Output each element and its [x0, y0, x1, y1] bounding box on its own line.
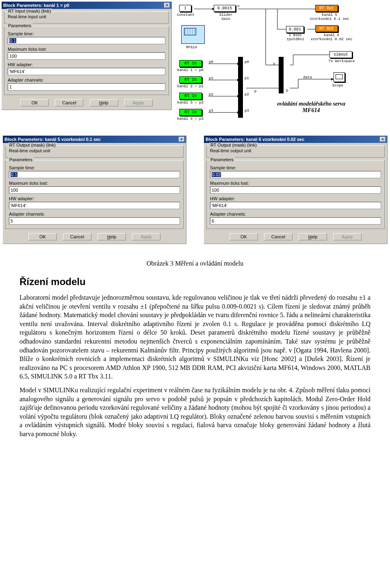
p2-port: p2	[209, 93, 213, 97]
max-input[interactable]	[210, 186, 381, 194]
dialog2-titlebar: Block Parameters: kanál 5 vzorkování 0.1…	[3, 136, 186, 143]
max-label: Maximum ticks lost:	[8, 47, 165, 52]
group-rt-input: Real-time input unit	[4, 11, 169, 24]
apply-button[interactable]: Apply	[124, 99, 153, 106]
dialog3-titlebar: Block Parameters: kanál 6 vzorkování 0.0…	[204, 136, 387, 143]
k4-label: kanál 4 = p3	[177, 117, 204, 121]
sample-input[interactable]: 0.02	[210, 171, 381, 178]
max-label: Maximum ticks lost:	[9, 181, 180, 186]
k3-label: kanál 3 = p2	[177, 101, 204, 105]
chan-label: Adapter channels:	[9, 212, 180, 216]
close-icon[interactable]: ×	[179, 137, 184, 142]
delay-block: 0.001	[286, 26, 304, 33]
hw-input[interactable]	[210, 202, 381, 209]
sample-label: Sample time:	[8, 31, 165, 36]
hw-label: HW adapter:	[210, 196, 381, 201]
diagram-title: ovládání modelářského serva MF614	[266, 101, 356, 114]
group-params: Sample time: 0.1 Maximum ticks lost: HW …	[5, 160, 184, 229]
k5-label: kanál 5 vzorkování 0.1 sec	[307, 13, 352, 21]
hw-input[interactable]	[9, 202, 180, 209]
cancel-button[interactable]: Cancel	[55, 99, 83, 106]
max-label: Maximum ticks lost:	[210, 181, 381, 186]
apply-button[interactable]: Apply	[333, 233, 362, 240]
rt-desc: Real-time input unit	[8, 14, 165, 19]
hw-label: HW adapter:	[8, 62, 165, 67]
chan-input[interactable]	[210, 217, 381, 225]
slider-gain-block: 0.0015	[214, 5, 236, 12]
p0-port: p0	[209, 60, 213, 64]
sample-label: Sample time:	[9, 165, 180, 170]
dialog2-title: Block Parameters: kanál 5 vzorkování 0.1…	[4, 137, 101, 142]
mux2-block	[279, 57, 284, 93]
k2-label: kanál 2 = p1	[177, 84, 204, 89]
chan-label: Adapter channels:	[8, 78, 165, 82]
hw-label: HW adapter:	[9, 196, 180, 201]
group-rt-output: Real-time output unit	[5, 145, 184, 158]
dialog1-titlebar: Block Parameters: kanál 1 = p0 ×	[2, 2, 171, 9]
dialog-kanal5: Block Parameters: kanál 5 vzorkování 0.1…	[2, 135, 186, 244]
ok-button[interactable]: OK	[230, 233, 258, 240]
ok-button[interactable]: OK	[20, 99, 49, 106]
rt-desc: Real-time output unit	[210, 148, 381, 153]
max-input[interactable]	[9, 186, 180, 194]
max-input[interactable]	[8, 52, 165, 60]
simout-block: simout	[329, 51, 352, 58]
group-params: Sample time: 0.1 Maximum ticks lost: HW …	[4, 26, 169, 95]
slider-port-u: u	[237, 4, 239, 8]
mf614-label: MF614	[186, 45, 197, 50]
mux-p0: p0	[245, 60, 249, 64]
chan-input[interactable]	[9, 217, 180, 225]
chan-input[interactable]	[8, 83, 165, 91]
sample-input[interactable]: 0.1	[8, 37, 165, 44]
rt-out-k5: RT Out	[315, 5, 338, 12]
figure-caption: Obrázek 3 Měření a ovládání modelu	[20, 259, 370, 268]
close-icon[interactable]: ×	[380, 137, 386, 142]
mf614-block	[181, 25, 205, 44]
dialog3-title: Block Parameters: kanál 6 vzorkování 0.0…	[206, 137, 304, 142]
simulink-diagram: 1 Constant 0.0015 u Slider Gain RT Out k…	[173, 0, 390, 134]
rt-desc: Real-time output unit	[9, 148, 180, 153]
rt-in-2: RT In	[179, 76, 202, 83]
slider-label: Slider Gain	[217, 13, 235, 21]
k6-label: kanál 6 vzorkování 0.02 sec	[307, 33, 356, 41]
help-button[interactable]: Help	[90, 99, 118, 106]
cancel-button[interactable]: Cancel	[264, 233, 292, 240]
button-row: OK Cancel Help Apply	[204, 233, 387, 240]
constant-label: Constant	[175, 13, 196, 17]
help-button[interactable]: Help	[299, 233, 327, 240]
k1-label: kanál 1 = p0	[177, 68, 204, 72]
mux-p-out: p	[254, 89, 256, 93]
help-button[interactable]: Help	[98, 233, 126, 240]
p1-port: p1	[209, 76, 213, 80]
mux-p1: p1	[245, 76, 249, 80]
article-p1: Laboratorní model představuje jednorozmě…	[20, 293, 370, 381]
delay-label: 1 msec zpoždění	[284, 33, 307, 41]
mux2-u: u	[273, 62, 275, 66]
apply-button[interactable]: Apply	[132, 233, 160, 240]
close-icon[interactable]: ×	[164, 3, 170, 8]
mux-p2: p2	[245, 93, 249, 97]
article-heading: Řízení modelu	[20, 275, 370, 288]
rt-in-1: RT In	[179, 60, 202, 67]
ok-button[interactable]: OK	[28, 233, 57, 240]
rt-out-k6: RT Out	[315, 25, 338, 32]
article-p2: Model v SIMULINKu realizující regulační …	[20, 386, 370, 439]
mux2-p: p	[286, 89, 288, 93]
button-row: OK Cancel Help Apply	[3, 233, 186, 240]
dialog-kanal1: Block Parameters: kanál 1 = p0 × Real-ti…	[1, 1, 172, 110]
cancel-button[interactable]: Cancel	[63, 233, 91, 240]
button-row: OK Cancel Help Apply	[2, 99, 171, 106]
hw-input[interactable]	[8, 68, 165, 75]
sample-input[interactable]: 0.1	[9, 171, 180, 178]
scope-block	[334, 72, 345, 82]
article-body: Obrázek 3 Měření a ovládání modelu Řízen…	[0, 245, 390, 455]
scope-label: Scope	[332, 84, 343, 88]
mux-p3: p3	[245, 109, 249, 113]
chan-label: Adapter channels:	[210, 212, 381, 216]
rt-in-3: RT In	[179, 93, 202, 99]
group-params: Sample time: 0.02 Maximum ticks lost: HW…	[206, 160, 385, 229]
constant-block: 1	[179, 5, 191, 12]
dialog-kanal6: Block Parameters: kanál 6 vzorkování 0.0…	[204, 135, 388, 244]
group-rt-output: Real-time output unit	[206, 145, 385, 158]
towork-label: To Workspace	[323, 59, 360, 63]
